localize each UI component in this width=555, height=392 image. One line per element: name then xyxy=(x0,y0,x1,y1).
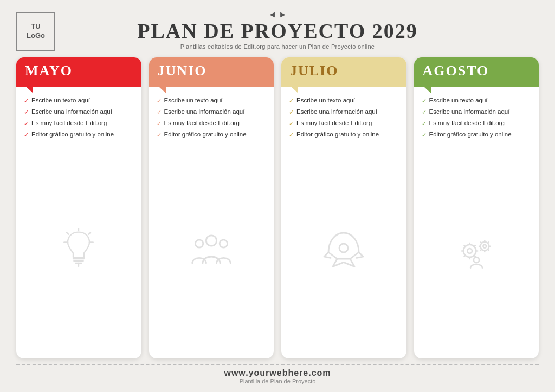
check-icon: ✓ xyxy=(157,120,162,128)
card-junio: JUNIO ✓Escribe un texto aquí ✓Escribe un… xyxy=(149,57,274,358)
svg-line-29 xyxy=(481,242,481,243)
card-body-junio: ✓Escribe un texto aquí ✓Escribe una info… xyxy=(149,83,274,358)
month-tab-julio: JULIO xyxy=(281,57,406,87)
list-item: ✓Escribe un texto aquí xyxy=(289,96,399,105)
month-name-mayo: MAYO xyxy=(25,63,73,79)
nav-arrows: ◄ ► xyxy=(268,10,287,19)
month-tab-junio: JUNIO xyxy=(149,57,274,87)
footer-url: www.yourwebhere.com xyxy=(16,368,539,378)
list-item: ✓Es muy fácil desde Edit.org xyxy=(289,119,399,128)
footer-label: Plantilla de Plan de Proyecto xyxy=(16,378,539,384)
month-name-junio: JUNIO xyxy=(158,63,207,79)
gears-icon xyxy=(455,228,498,272)
check-icon: ✓ xyxy=(157,108,162,116)
list-item: ✓Editor gráfico gratuito y online xyxy=(422,130,532,139)
check-icon: ✓ xyxy=(24,97,29,105)
svg-line-7 xyxy=(67,232,68,234)
svg-line-32 xyxy=(481,249,481,250)
footer: www.yourwebhere.com Plantilla de Plan de… xyxy=(16,364,539,384)
svg-point-12 xyxy=(339,244,348,252)
check-icon: ✓ xyxy=(422,120,427,128)
agosto-icon-area xyxy=(422,147,532,353)
list-item: ✓Escribe un texto aquí xyxy=(422,96,532,105)
mayo-icon-area xyxy=(24,147,134,353)
list-item: ✓Es muy fácil desde Edit.org xyxy=(157,119,267,128)
check-icon: ✓ xyxy=(289,97,294,105)
lightbulb-icon xyxy=(57,228,100,272)
junio-icon-area xyxy=(157,147,267,353)
card-body-julio: ✓Escribe un texto aquí ✓Escribe una info… xyxy=(281,83,406,358)
page: TU LoGo ◄ ► PLAN DE PROYECTO 2029 Planti… xyxy=(0,0,555,392)
check-icon: ✓ xyxy=(157,131,162,139)
right-arrow-icon[interactable]: ► xyxy=(279,10,287,19)
list-item: ✓Editor gráfico gratuito y online xyxy=(289,130,399,139)
check-icon: ✓ xyxy=(157,97,162,105)
svg-point-14 xyxy=(467,249,472,253)
task-list-agosto: ✓Escribe un texto aquí ✓Escribe una info… xyxy=(422,96,532,141)
task-list-mayo: ✓Escribe un texto aquí ✓Escribe una info… xyxy=(24,96,134,141)
list-item: ✓Es muy fácil desde Edit.org xyxy=(422,119,532,128)
svg-point-33 xyxy=(474,257,479,263)
list-item: ✓Escribe una información aquí xyxy=(289,108,399,116)
task-list-junio: ✓Escribe un texto aquí ✓Escribe una info… xyxy=(157,96,267,141)
check-icon: ✓ xyxy=(422,131,427,139)
svg-line-20 xyxy=(474,255,475,256)
svg-line-22 xyxy=(464,255,465,256)
svg-line-30 xyxy=(488,249,488,250)
card-body-mayo: ✓Escribe un texto aquí ✓Escribe una info… xyxy=(16,83,141,358)
svg-line-19 xyxy=(464,245,465,246)
check-icon: ✓ xyxy=(24,120,29,128)
card-mayo: MAYO ✓Escribe un texto aquí ✓Escribe una… xyxy=(16,57,141,358)
logo-box: TU LoGo xyxy=(16,12,55,51)
svg-point-11 xyxy=(220,239,227,247)
check-icon: ✓ xyxy=(289,120,294,128)
header: TU LoGo ◄ ► PLAN DE PROYECTO 2029 Planti… xyxy=(16,10,539,50)
list-item: ✓Escribe un texto aquí xyxy=(24,96,134,105)
divider-line xyxy=(16,364,539,365)
month-name-julio: JULIO xyxy=(290,63,338,79)
julio-icon-area xyxy=(289,147,399,353)
check-icon: ✓ xyxy=(289,131,294,139)
title-area: ◄ ► PLAN DE PROYECTO 2029 Plantillas edi… xyxy=(16,10,539,50)
month-tab-agosto: AGOSTO xyxy=(414,57,539,87)
check-icon: ✓ xyxy=(422,108,427,116)
main-title: PLAN DE PROYECTO 2029 xyxy=(137,21,417,41)
svg-point-9 xyxy=(206,235,216,245)
check-icon: ✓ xyxy=(422,97,427,105)
list-item: ✓Escribe un texto aquí xyxy=(157,96,267,105)
list-item: ✓Escribe una información aquí xyxy=(157,108,267,116)
list-item: ✓Escribe una información aquí xyxy=(422,108,532,116)
task-list-julio: ✓Escribe un texto aquí ✓Escribe una info… xyxy=(289,96,399,141)
people-icon xyxy=(190,228,233,272)
svg-line-21 xyxy=(474,245,475,246)
card-agosto: AGOSTO ✓Escribe un texto aquí ✓Escribe u… xyxy=(414,57,539,358)
list-item: ✓Es muy fácil desde Edit.org xyxy=(24,119,134,128)
svg-point-10 xyxy=(195,239,203,247)
svg-line-8 xyxy=(89,232,91,234)
rocket-icon xyxy=(322,228,365,272)
month-tab-mayo: MAYO xyxy=(16,57,141,87)
left-arrow-icon[interactable]: ◄ xyxy=(268,10,276,19)
check-icon: ✓ xyxy=(24,108,29,116)
month-name-agosto: AGOSTO xyxy=(423,63,489,79)
subtitle: Plantillas editables de Edit.org para ha… xyxy=(180,43,375,50)
svg-point-24 xyxy=(483,245,486,248)
check-icon: ✓ xyxy=(24,131,29,139)
card-body-agosto: ✓Escribe un texto aquí ✓Escribe una info… xyxy=(414,83,539,358)
list-item: ✓Escribe una información aquí xyxy=(24,108,134,116)
cards-container: MAYO ✓Escribe un texto aquí ✓Escribe una… xyxy=(16,57,539,358)
svg-line-31 xyxy=(488,242,488,243)
logo-text: TU LoGo xyxy=(27,22,45,41)
check-icon: ✓ xyxy=(289,108,294,116)
list-item: ✓Editor gráfico gratuito y online xyxy=(24,130,134,139)
list-item: ✓Editor gráfico gratuito y online xyxy=(157,130,267,139)
footer-content: www.yourwebhere.com Plantilla de Plan de… xyxy=(16,368,539,384)
card-julio: JULIO ✓Escribe un texto aquí ✓Escribe un… xyxy=(281,57,406,358)
